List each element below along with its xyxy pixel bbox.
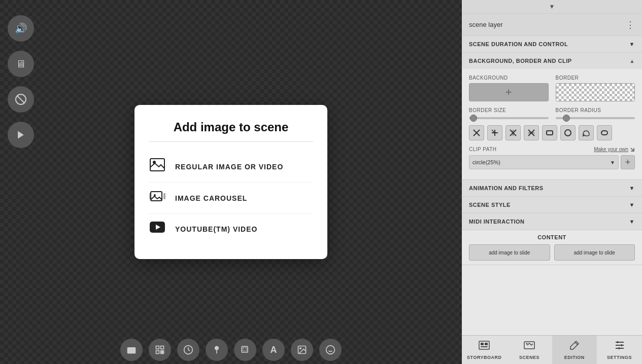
tab-scenes[interactable]: SCENES	[507, 336, 552, 364]
panel-header: scene layer ⋮	[462, 14, 642, 36]
background-picker[interactable]: +	[469, 83, 549, 101]
border-radius-thumb[interactable]	[563, 115, 570, 122]
scene-duration-section: SCENE DURATION AND CONTROL ▼	[462, 36, 642, 53]
clip-path-dropdown-icon: ▼	[610, 160, 615, 165]
youtube-icon	[149, 221, 166, 237]
shape-btn-2[interactable]	[487, 125, 502, 140]
image-carousel-icon	[149, 190, 166, 206]
scene-style-section: SCENE STYLE ▼	[462, 197, 642, 213]
content-label: CONTENT	[469, 234, 635, 240]
sliders-row: BORDER SIZE BORDER RADIUS	[469, 107, 635, 119]
regular-image-icon	[149, 158, 166, 175]
youtube-label: YOUTUBE(TM) VIDEO	[175, 225, 257, 233]
svg-rect-44	[479, 341, 489, 349]
animation-filters-header[interactable]: ANIMATION AND FILTERS ▼	[462, 180, 642, 196]
panel-title: scene layer	[469, 21, 502, 28]
shape-btn-6[interactable]	[560, 125, 576, 140]
storyboard-icon	[479, 340, 490, 353]
midi-interaction-label: MIDI INTERACTION	[469, 219, 524, 225]
make-your-own-link[interactable]: Make your own	[594, 147, 635, 152]
border-radius-col: BORDER RADIUS	[556, 107, 635, 119]
bg-border-controls: BACKGROUND + BORDER	[469, 75, 635, 101]
content-btn-1[interactable]: add image to slide	[469, 244, 550, 261]
clip-path-header: CLIP PATH Make your own	[469, 147, 635, 152]
dropdown-arrow-icon: ▼	[549, 3, 555, 10]
svg-rect-45	[481, 343, 484, 345]
border-picker[interactable]	[556, 83, 635, 101]
content-section: CONTENT add image to slide add image to …	[462, 230, 642, 265]
scene-style-label: SCENE STYLE	[469, 202, 511, 208]
tab-settings[interactable]: SETTINGS	[597, 336, 642, 364]
shape-btn-1[interactable]	[469, 125, 484, 140]
regular-image-option[interactable]: REGULAR IMAGE OR VIDEO	[149, 151, 313, 183]
svg-rect-25	[149, 193, 151, 199]
edition-label: EDITION	[564, 355, 585, 360]
clip-path-input[interactable]: circle(25%) ▼	[469, 155, 619, 169]
shape-btn-3[interactable]	[505, 125, 521, 140]
scene-duration-arrow: ▼	[629, 41, 635, 47]
border-size-col: BORDER SIZE	[469, 107, 549, 119]
youtube-video-option[interactable]: YOUTUBE(TM) VIDEO	[149, 214, 313, 244]
border-size-label: BORDER SIZE	[469, 107, 549, 113]
shape-btn-8[interactable]	[597, 125, 612, 140]
scene-duration-label: SCENE DURATION AND CONTROL	[469, 41, 568, 47]
panel-top-dropdown[interactable]: ▼	[462, 0, 642, 14]
shape-btn-4[interactable]	[524, 125, 539, 140]
clip-path-add-button[interactable]: +	[621, 155, 635, 169]
border-radius-label: BORDER RADIUS	[556, 107, 635, 113]
clip-path-label: CLIP PATH	[469, 147, 497, 152]
bg-border-header[interactable]: BACKGROUND, BORDER AND CLIP ▲	[462, 53, 642, 69]
bg-border-body: BACKGROUND + BORDER BORDER SIZE	[462, 69, 642, 179]
svg-rect-47	[481, 346, 488, 347]
panel-menu-button[interactable]: ⋮	[626, 19, 635, 30]
border-col: BORDER	[556, 75, 635, 101]
svg-rect-24	[151, 192, 162, 201]
animation-filters-label: ANIMATION AND FILTERS	[469, 185, 544, 191]
settings-icon	[614, 340, 625, 353]
bg-border-section: BACKGROUND, BORDER AND CLIP ▲ BACKGROUND…	[462, 53, 642, 180]
storyboard-label: STORYBOARD	[467, 355, 502, 360]
svg-point-42	[565, 130, 571, 136]
svg-point-49	[526, 343, 528, 345]
animation-filters-section: ANIMATION AND FILTERS ▼	[462, 180, 642, 197]
bg-border-label: BACKGROUND, BORDER AND CLIP	[469, 58, 572, 64]
border-radius-track[interactable]	[556, 117, 635, 119]
border-label: BORDER	[556, 75, 635, 81]
settings-label: SETTINGS	[607, 355, 632, 360]
bg-border-arrow: ▲	[630, 58, 635, 64]
modal-overlay: Add image to scene REGULAR IMAGE OR VIDE…	[0, 0, 462, 364]
shape-btn-7[interactable]	[579, 125, 594, 140]
right-panel: ▼ scene layer ⋮ SCENE DURATION AND CONTR…	[462, 0, 642, 364]
midi-interaction-header[interactable]: MIDI INTERACTION ▼	[462, 213, 642, 230]
content-buttons: add image to slide add image to slide	[469, 244, 635, 261]
border-size-thumb[interactable]	[470, 115, 477, 122]
content-btn-2[interactable]: add image to slide	[554, 244, 635, 261]
shape-btn-5[interactable]	[542, 125, 557, 140]
modal-title: Add image to scene	[149, 120, 313, 142]
scenes-label: SCENES	[519, 355, 539, 360]
animation-filters-arrow: ▼	[629, 185, 635, 191]
svg-rect-43	[601, 131, 607, 135]
clip-path-row: CLIP PATH Make your own circle(25%) ▼ +	[469, 147, 635, 169]
image-carousel-option[interactable]: IMAGE CAROUSEL	[149, 183, 313, 214]
tab-edition[interactable]: EDITION	[552, 336, 597, 364]
image-carousel-label: IMAGE CAROUSEL	[175, 194, 247, 202]
scene-duration-header[interactable]: SCENE DURATION AND CONTROL ▼	[462, 36, 642, 52]
midi-interaction-arrow: ▼	[629, 219, 635, 225]
background-col: BACKGROUND +	[469, 75, 549, 101]
svg-rect-46	[485, 343, 488, 345]
shape-buttons	[469, 125, 635, 140]
scenes-icon	[524, 340, 535, 353]
border-size-track[interactable]	[469, 117, 549, 119]
svg-rect-41	[547, 131, 553, 135]
midi-interaction-section: MIDI INTERACTION ▼	[462, 213, 642, 230]
scene-style-header[interactable]: SCENE STYLE ▼	[462, 197, 642, 213]
background-plus-icon: +	[505, 87, 512, 98]
tab-storyboard[interactable]: STORYBOARD	[462, 336, 507, 364]
clip-path-input-row: circle(25%) ▼ +	[469, 155, 635, 169]
svg-rect-26	[163, 193, 165, 199]
add-image-modal: Add image to scene REGULAR IMAGE OR VIDE…	[134, 105, 327, 259]
panel-nav: STORYBOARD SCENES EDITION	[462, 335, 642, 364]
background-label: BACKGROUND	[469, 75, 549, 81]
scene-style-arrow: ▼	[629, 202, 635, 208]
